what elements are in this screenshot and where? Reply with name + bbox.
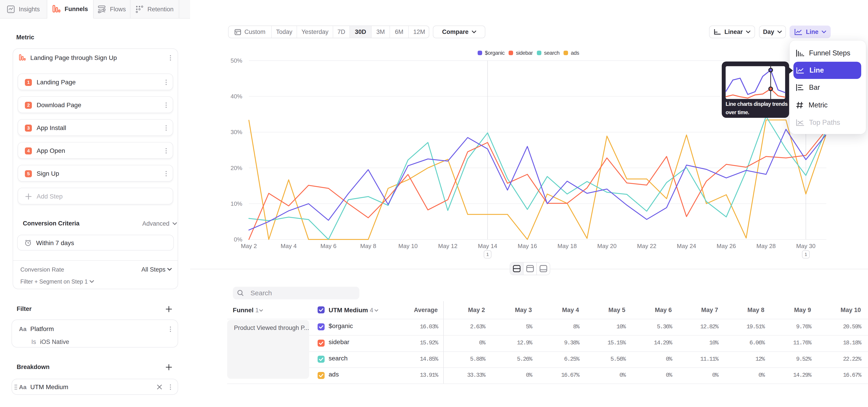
svg-text:May 28: May 28 bbox=[756, 243, 776, 249]
svg-text:May 12: May 12 bbox=[438, 243, 457, 249]
svg-text:May 18: May 18 bbox=[557, 243, 577, 249]
svg-text:30%: 30% bbox=[230, 129, 242, 135]
svg-text:May 30: May 30 bbox=[796, 243, 815, 249]
svg-text:May 8: May 8 bbox=[360, 243, 376, 249]
svg-text:May 26: May 26 bbox=[717, 243, 736, 249]
svg-text:1: 1 bbox=[486, 252, 489, 257]
svg-text:40%: 40% bbox=[230, 93, 242, 100]
svg-text:May 10: May 10 bbox=[398, 243, 417, 249]
svg-text:May 14: May 14 bbox=[478, 243, 497, 249]
svg-text:May 20: May 20 bbox=[597, 243, 616, 249]
svg-text:May 24: May 24 bbox=[677, 243, 696, 249]
svg-text:10%: 10% bbox=[230, 200, 242, 207]
svg-text:May 22: May 22 bbox=[637, 243, 656, 249]
svg-text:May 2: May 2 bbox=[241, 243, 257, 249]
svg-text:May 4: May 4 bbox=[281, 243, 297, 249]
svg-text:1: 1 bbox=[804, 252, 807, 257]
svg-text:May 6: May 6 bbox=[320, 243, 337, 249]
svg-text:0%: 0% bbox=[234, 236, 242, 243]
svg-text:May 16: May 16 bbox=[518, 243, 537, 249]
svg-text:50%: 50% bbox=[230, 57, 242, 64]
svg-text:20%: 20% bbox=[230, 165, 242, 171]
